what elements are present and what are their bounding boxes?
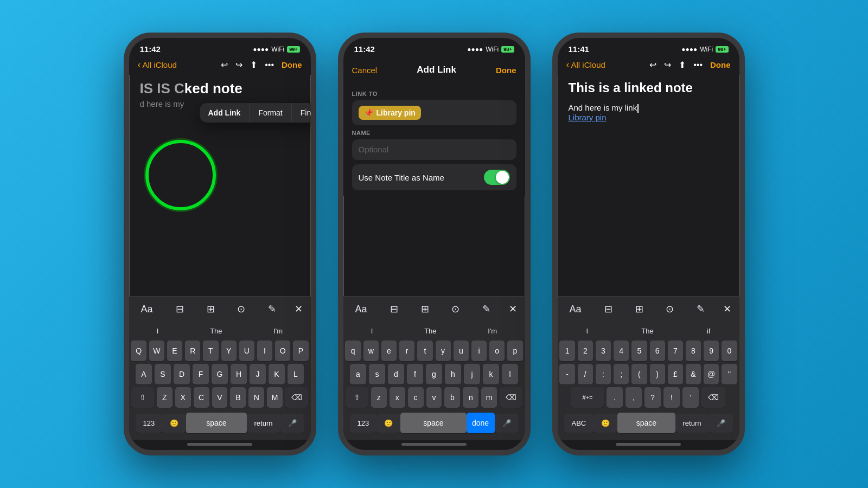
find-selection-menu-item[interactable]: Find Selection (292, 103, 316, 123)
key-p[interactable]: P (293, 341, 308, 361)
table-icon-3[interactable]: ⊞ (631, 301, 648, 317)
key-s-2[interactable]: s (369, 364, 385, 384)
share-icon-3[interactable]: ⬆ (679, 60, 686, 70)
key-done-2[interactable]: done (467, 413, 495, 433)
key-l[interactable]: L (288, 364, 304, 384)
camera-icon-3[interactable]: ⊙ (661, 301, 678, 317)
key-5[interactable]: 5 (631, 341, 647, 361)
key-pound[interactable]: £ (668, 364, 683, 384)
key-hashplus[interactable]: #+= (571, 387, 604, 408)
key-g[interactable]: G (212, 364, 228, 384)
key-space-1[interactable]: space (186, 413, 246, 433)
key-n-2[interactable]: n (463, 387, 478, 408)
suggestion-the-2[interactable]: The (418, 325, 443, 337)
suggestion-if-3[interactable]: if (700, 325, 717, 337)
key-1[interactable]: 1 (559, 341, 575, 361)
key-delete-3[interactable]: ⌫ (701, 387, 725, 408)
key-return-1[interactable]: return (247, 414, 280, 433)
redo-icon[interactable]: ↪ (235, 60, 242, 70)
back-button-3[interactable]: ‹ All iCloud (566, 59, 605, 70)
key-2[interactable]: 2 (578, 341, 593, 361)
key-emoji-1[interactable]: 🙂 (162, 414, 186, 433)
key-shift[interactable]: ⇧ (131, 387, 154, 408)
redo-icon-3[interactable]: ↪ (664, 60, 671, 70)
key-f-2[interactable]: f (407, 364, 423, 384)
key-shift-2[interactable]: ⇧ (346, 387, 368, 408)
key-quote[interactable]: " (722, 364, 737, 384)
key-slash[interactable]: / (578, 364, 593, 384)
key-e-2[interactable]: e (381, 341, 397, 361)
key-b-2[interactable]: b (444, 387, 460, 408)
suggestion-i-2[interactable]: I (365, 325, 380, 337)
key-d[interactable]: D (174, 364, 190, 384)
key-j[interactable]: J (250, 364, 266, 384)
key-i[interactable]: I (257, 341, 272, 361)
key-a[interactable]: A (136, 364, 152, 384)
key-m-2[interactable]: m (481, 387, 497, 408)
camera-icon[interactable]: ⊙ (233, 301, 250, 317)
cancel-button[interactable]: Cancel (352, 66, 378, 75)
key-q[interactable]: Q (131, 341, 146, 361)
key-mic-1[interactable]: 🎤 (280, 414, 304, 433)
font-size-icon-2[interactable]: Aa (351, 301, 372, 317)
suggestion-i-3[interactable]: I (580, 325, 595, 337)
key-apostrophe[interactable]: ' (682, 387, 699, 408)
library-pin-tag[interactable]: 📌 Library pin (359, 106, 421, 120)
key-u-2[interactable]: u (454, 341, 469, 361)
key-i-2[interactable]: i (471, 341, 487, 361)
key-k-2[interactable]: k (483, 364, 499, 384)
key-x[interactable]: X (175, 387, 191, 408)
more-icon[interactable]: ••• (265, 60, 274, 70)
key-9[interactable]: 9 (704, 341, 719, 361)
key-6[interactable]: 6 (650, 341, 665, 361)
key-u[interactable]: U (239, 341, 254, 361)
key-abc-3[interactable]: ABC (564, 414, 594, 433)
key-space-2[interactable]: space (400, 413, 466, 433)
key-amp[interactable]: & (686, 364, 701, 384)
key-z[interactable]: Z (157, 387, 173, 408)
key-m[interactable]: M (267, 387, 283, 408)
keyboard-close-icon-2[interactable]: ✕ (509, 303, 517, 315)
suggestion-the-1[interactable]: The (203, 325, 228, 337)
key-8[interactable]: 8 (686, 341, 701, 361)
key-mic-2[interactable]: 🎤 (495, 414, 519, 433)
add-link-menu-item[interactable]: Add Link (200, 103, 250, 123)
key-v[interactable]: V (212, 387, 228, 408)
key-space-3[interactable]: space (617, 413, 675, 433)
key-t-2[interactable]: t (417, 341, 432, 361)
key-lparen[interactable]: ( (631, 364, 647, 384)
key-w-2[interactable]: w (363, 341, 379, 361)
suggestion-im-2[interactable]: I'm (481, 325, 503, 337)
note-link-3[interactable]: Library pin (569, 113, 607, 122)
key-y[interactable]: Y (221, 341, 237, 361)
key-c-2[interactable]: c (408, 387, 424, 408)
key-o[interactable]: O (275, 341, 290, 361)
key-o-2[interactable]: o (489, 341, 505, 361)
key-question[interactable]: ? (644, 387, 661, 408)
pencil-icon-2[interactable]: ✎ (478, 301, 495, 317)
key-f[interactable]: F (193, 364, 209, 384)
key-b[interactable]: B (230, 387, 246, 408)
key-g-2[interactable]: g (426, 364, 442, 384)
font-size-icon-3[interactable]: Aa (565, 301, 586, 317)
modal-done-button[interactable]: Done (496, 66, 516, 75)
key-y-2[interactable]: y (436, 341, 451, 361)
key-p-2[interactable]: p (507, 341, 522, 361)
keyboard-close-icon[interactable]: ✕ (295, 303, 303, 315)
key-j-2[interactable]: j (464, 364, 480, 384)
key-7[interactable]: 7 (668, 341, 683, 361)
key-r[interactable]: R (185, 341, 200, 361)
share-icon[interactable]: ⬆ (250, 60, 257, 70)
font-size-icon[interactable]: Aa (137, 301, 157, 317)
list-icon-2[interactable]: ⊟ (386, 301, 403, 317)
key-3[interactable]: 3 (596, 341, 611, 361)
pencil-icon[interactable]: ✎ (264, 301, 280, 317)
key-4[interactable]: 4 (614, 341, 629, 361)
key-z-2[interactable]: z (371, 387, 387, 408)
key-w[interactable]: W (149, 341, 164, 361)
camera-icon-2[interactable]: ⊙ (447, 301, 464, 317)
key-n[interactable]: N (248, 387, 264, 408)
toggle-switch[interactable] (484, 170, 510, 185)
key-x-2[interactable]: x (390, 387, 405, 408)
key-rparen[interactable]: ) (650, 364, 665, 384)
